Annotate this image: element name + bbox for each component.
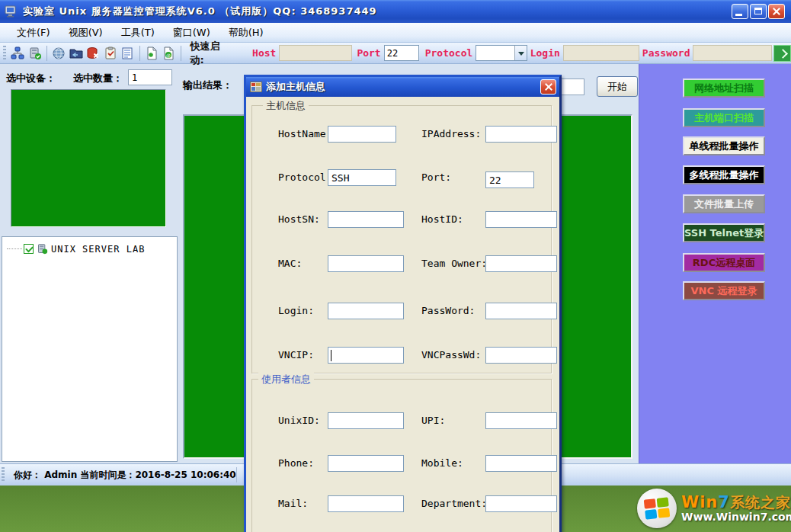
mac-input[interactable] (328, 255, 404, 272)
database-delete-icon[interactable] (85, 45, 101, 62)
rdc-remote-desktop-button[interactable]: RDC远程桌面 (683, 253, 765, 272)
windows-logo-icon (637, 489, 677, 528)
mobile-input[interactable] (485, 455, 557, 472)
host-port-scan-button[interactable]: 主机端口扫描 (683, 108, 765, 127)
login-field-label: Login: (278, 303, 314, 319)
quick-connect-button[interactable] (773, 45, 791, 62)
task-check-icon[interactable] (102, 45, 118, 62)
vncip-input[interactable] (328, 347, 404, 364)
dialog-title: 添加主机信息 (266, 80, 325, 94)
hostsn-input[interactable] (328, 211, 404, 228)
host-input[interactable] (279, 45, 352, 61)
password-input[interactable] (693, 45, 772, 61)
selected-device-display (11, 89, 166, 227)
port-field-input[interactable] (485, 171, 534, 188)
vncpasswd-label: VNCPassWd: (421, 347, 481, 364)
menu-tools[interactable]: 工具(T) (112, 24, 164, 42)
statusbar-grip (2, 467, 5, 482)
brand-title: Win7系统之家 (681, 494, 791, 511)
host-info-group: 主机信息 (251, 105, 552, 373)
team-owner-label: Team Owner: (421, 255, 487, 272)
port-field-label: Port: (421, 169, 451, 186)
login-label: Login (530, 47, 560, 59)
tree-connector (7, 248, 22, 249)
server-add-icon[interactable] (27, 45, 43, 62)
protocol-select[interactable] (476, 45, 527, 61)
menu-view[interactable]: 视图(V) (59, 24, 112, 42)
menu-bar: 文件(F) 视图(V) 工具(T) 窗口(W) 帮助(H) (0, 23, 791, 43)
upi-label: UPI: (421, 412, 445, 429)
phone-label: Phone: (278, 455, 314, 472)
folder-back-icon[interactable] (68, 45, 84, 62)
minimize-button[interactable] (732, 4, 748, 19)
unixid-input[interactable] (328, 412, 404, 429)
globe-icon[interactable] (51, 45, 67, 62)
department-input[interactable] (485, 495, 557, 512)
window-title: 实验室 Unix 服务器监控管理系统V6.0 （试用版）QQ: 34689374… (23, 5, 377, 18)
dialog-close-button[interactable] (540, 79, 556, 95)
maximize-icon (754, 8, 762, 14)
phone-input[interactable] (328, 455, 404, 472)
selected-count-field[interactable] (128, 69, 172, 85)
host-label: Host (252, 47, 276, 59)
file-batch-upload-button[interactable]: 文件批量上传 (683, 194, 765, 213)
password-field-input[interactable] (485, 303, 557, 319)
close-button[interactable] (768, 4, 785, 19)
upi-input[interactable] (485, 412, 557, 429)
menu-file[interactable]: 文件(F) (8, 24, 59, 42)
vncip-label: VNCIP: (278, 347, 314, 364)
tree-item-checkbox[interactable] (24, 244, 34, 254)
report-icon[interactable] (120, 45, 136, 62)
port-label: Port (357, 47, 380, 59)
text-caret (331, 350, 331, 361)
single-thread-batch-button[interactable]: 单线程批量操作 (683, 136, 765, 155)
statusbar-divider (236, 467, 237, 482)
hostname-label: HostName: (278, 126, 331, 143)
ipaddress-label: IPAddress: (421, 126, 481, 143)
vnc-remote-login-button[interactable]: VNC 远程登录 (683, 281, 765, 300)
export-doc-icon[interactable]: @ (161, 45, 177, 62)
chevron-down-icon[interactable] (514, 46, 527, 60)
svg-text:@: @ (166, 52, 171, 58)
toolbar-separator (139, 46, 140, 61)
minimize-icon (735, 14, 742, 16)
login-input[interactable] (563, 45, 639, 61)
close-icon (544, 82, 553, 91)
port-input[interactable] (384, 45, 419, 61)
maximize-button[interactable] (750, 4, 767, 19)
start-button[interactable]: 开始 (597, 76, 638, 97)
aux-input[interactable] (559, 79, 584, 95)
new-doc-icon[interactable] (144, 45, 160, 62)
ssh-telnet-login-button[interactable]: SSH Telnet登录 (683, 223, 765, 242)
protocol-field-input[interactable] (328, 169, 396, 186)
network-scan-button[interactable]: 网络地址扫描 (683, 79, 765, 98)
add-host-dialog: 添加主机信息 主机信息 使用者信息 HostName: IPAddress: P… (244, 75, 562, 532)
unixid-label: UnixID: (278, 412, 320, 429)
mac-label: MAC: (278, 255, 302, 272)
output-result-label: 输出结果： (183, 79, 232, 92)
device-tree: UNIX SERVER LAB (2, 236, 178, 462)
team-owner-input[interactable] (485, 255, 557, 272)
toolbar-grip[interactable] (3, 46, 6, 61)
dialog-title-bar[interactable]: 添加主机信息 (246, 77, 559, 97)
quick-launch-label: 快速启动: (191, 40, 231, 67)
brand-watermark: Win7系统之家 Www.Winwin7.com (637, 489, 791, 528)
title-bar: 实验室 Unix 服务器监控管理系统V6.0 （试用版）QQ: 34689374… (0, 0, 791, 23)
toolbar: @ 快速启动: Host Port Protocol Login Passwor… (0, 43, 791, 64)
user-info-group-label: 使用者信息 (258, 373, 314, 386)
hostid-input[interactable] (485, 211, 557, 228)
ipaddress-input[interactable] (485, 126, 557, 143)
close-icon (772, 7, 781, 16)
network-scan-icon[interactable] (10, 45, 26, 62)
login-field-input[interactable] (328, 303, 404, 319)
mail-input[interactable] (328, 495, 404, 512)
selected-device-label: 选中设备： (6, 72, 56, 85)
hostid-label: HostID: (421, 211, 463, 228)
status-text: 你好： Admin 当前时间是：2016-8-25 10:06:40 (14, 469, 236, 482)
password-field-label: PassWord: (421, 303, 475, 319)
tree-item-unix-server-lab[interactable]: UNIX SERVER LAB (7, 243, 145, 255)
tree-item-label: UNIX SERVER LAB (51, 244, 145, 255)
multi-thread-batch-button[interactable]: 多线程批量操作 (683, 165, 765, 184)
vncpasswd-input[interactable] (485, 347, 557, 364)
hostname-input[interactable] (328, 126, 396, 143)
